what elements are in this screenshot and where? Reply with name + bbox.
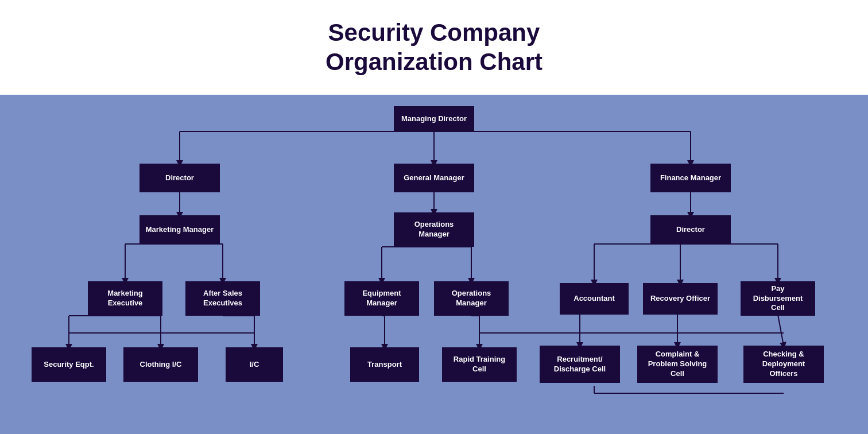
node-ic: I/C xyxy=(226,347,283,382)
node-director-left: Director xyxy=(140,164,220,192)
node-director-right: Director xyxy=(650,215,731,244)
node-equipment-manager: Equipment Manager xyxy=(344,281,419,316)
connector-lines xyxy=(0,95,868,434)
node-pay-disbursement-cell: Pay Disbursement Cell xyxy=(741,281,815,316)
node-marketing-executive: Marketing Executive xyxy=(88,281,162,316)
node-marketing-manager: Marketing Manager xyxy=(140,215,220,244)
node-operations-manager-1: Operations Manager xyxy=(394,212,474,247)
chart-section: Managing Director Director General Manag… xyxy=(0,95,868,434)
node-general-manager: General Manager xyxy=(394,164,474,192)
node-transport: Transport xyxy=(350,347,419,382)
svg-line-36 xyxy=(778,315,784,346)
node-recovery-officer: Recovery Officer xyxy=(643,283,718,315)
node-managing-director: Managing Director xyxy=(394,106,474,131)
node-complaint-problem-solving-cell: Complaint & Problem Solving Cell xyxy=(637,346,718,383)
node-finance-manager: Finance Manager xyxy=(650,164,731,192)
node-operations-manager-2: Operations Manager xyxy=(434,281,509,316)
node-clothing-ic: Clothing I/C xyxy=(123,347,198,382)
page-title: Security Company Organization Chart xyxy=(326,18,542,76)
node-accountant: Accountant xyxy=(560,283,629,315)
node-recruitment-discharge-cell: Recruitment/ Discharge Cell xyxy=(540,346,620,383)
node-rapid-training-cell: Rapid Training Cell xyxy=(442,347,517,382)
header: Security Company Organization Chart xyxy=(0,0,868,95)
node-security-eqpt: Security Eqpt. xyxy=(32,347,106,382)
node-after-sales-executives: After Sales Executives xyxy=(185,281,260,316)
node-checking-deployment-officers: Checking & Deployment Officers xyxy=(743,346,824,383)
